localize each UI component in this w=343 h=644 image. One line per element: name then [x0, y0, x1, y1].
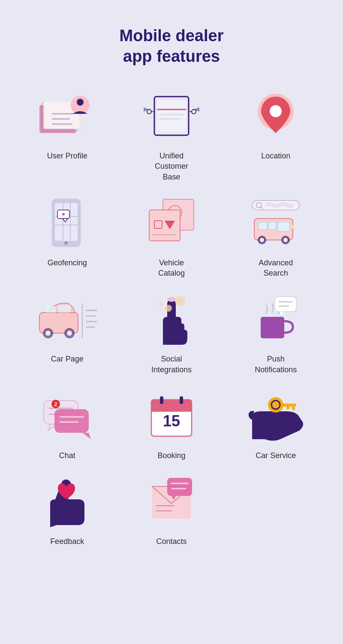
push-notifications-label: Push Notifications [255, 354, 297, 375]
feature-location: Location [226, 88, 326, 182]
feature-booking: 15 Booking [121, 388, 221, 461]
svg-point-86 [268, 397, 283, 413]
svg-rect-74 [54, 409, 89, 433]
advanced-search-label: Advanced Search [259, 258, 293, 279]
booking-icon: 15 [141, 388, 202, 444]
svg-point-15 [192, 109, 196, 114]
svg-point-55 [67, 331, 72, 336]
svg-rect-90 [286, 407, 289, 409]
chat-label: Chat [59, 450, 75, 461]
svg-text:2: 2 [54, 401, 57, 407]
location-label: Location [261, 151, 290, 161]
feature-vehicle-catalog: Vehicle Catalog [121, 195, 221, 279]
svg-rect-82 [151, 407, 192, 412]
svg-rect-43 [268, 222, 276, 230]
svg-marker-17 [144, 107, 149, 112]
svg-point-13 [147, 109, 151, 114]
push-notifications-icon [246, 291, 306, 347]
social-integrations-icon [141, 291, 202, 347]
features-grid: User Profile [9, 88, 334, 573]
svg-marker-18 [194, 107, 199, 112]
svg-rect-93 [167, 478, 192, 496]
booking-label: Booking [157, 450, 185, 461]
svg-marker-67 [280, 312, 283, 316]
svg-point-61 [167, 297, 176, 302]
feedback-icon [37, 474, 97, 529]
svg-point-63 [175, 296, 185, 306]
user-profile-icon [37, 88, 97, 144]
svg-rect-9 [157, 100, 186, 132]
svg-point-29 [62, 213, 65, 216]
svg-point-62 [165, 305, 172, 312]
user-profile-label: User Profile [47, 151, 87, 161]
contacts-icon [141, 474, 202, 529]
svg-point-20 [270, 105, 282, 117]
svg-rect-33 [149, 210, 180, 241]
vehicle-catalog-icon [141, 195, 202, 251]
svg-rect-50 [58, 305, 71, 313]
feature-social-integrations: Social Integrations [121, 291, 221, 375]
feature-geofencing: Geofencing [17, 195, 117, 279]
svg-rect-88 [281, 404, 296, 407]
geofencing-icon [37, 195, 97, 251]
svg-rect-37 [252, 200, 299, 210]
feature-chat: 2 Chat [17, 388, 117, 461]
car-service-icon [246, 388, 306, 444]
feature-unified-customer-base: Unified Customer Base [121, 88, 221, 182]
svg-rect-48 [292, 225, 295, 228]
svg-rect-22 [55, 203, 78, 241]
svg-point-7 [77, 99, 84, 106]
svg-point-47 [283, 238, 288, 242]
svg-rect-84 [180, 396, 183, 404]
advanced-search-icon [246, 195, 306, 251]
svg-rect-42 [259, 222, 267, 230]
svg-text:15: 15 [163, 412, 180, 430]
svg-point-64 [158, 301, 163, 307]
chat-icon: 2 [37, 388, 97, 444]
svg-point-30 [64, 241, 68, 245]
car-service-label: Car Service [256, 450, 296, 461]
feature-advanced-search: Advanced Search [226, 195, 326, 279]
svg-marker-75 [82, 433, 91, 439]
feature-car-page: Car Page [17, 291, 117, 375]
geofencing-label: Geofencing [48, 258, 87, 268]
feature-push-notifications: Push Notifications [226, 291, 326, 375]
feature-contacts: Contacts [121, 474, 221, 547]
location-icon [246, 88, 306, 144]
contacts-label: Contacts [156, 536, 187, 547]
svg-rect-41 [278, 222, 290, 231]
svg-rect-65 [261, 317, 284, 338]
vehicle-catalog-label: Vehicle Catalog [158, 258, 185, 279]
svg-rect-66 [275, 297, 296, 312]
svg-point-53 [45, 331, 51, 336]
svg-rect-89 [292, 407, 295, 410]
car-page-label: Car Page [51, 354, 84, 364]
unified-customer-base-icon [141, 88, 202, 144]
page-title: Mobile dealer app features [120, 26, 224, 67]
feature-car-service: Car Service [226, 388, 326, 461]
feature-user-profile: User Profile [17, 88, 117, 182]
feature-feedback: Feedback [17, 474, 117, 547]
car-page-icon [37, 291, 97, 347]
svg-point-45 [260, 238, 264, 242]
unified-customer-base-label: Unified Customer Base [155, 151, 188, 182]
feedback-label: Feedback [50, 536, 84, 547]
svg-rect-51 [46, 306, 56, 313]
svg-rect-83 [160, 396, 163, 404]
social-integrations-label: Social Integrations [151, 354, 192, 375]
